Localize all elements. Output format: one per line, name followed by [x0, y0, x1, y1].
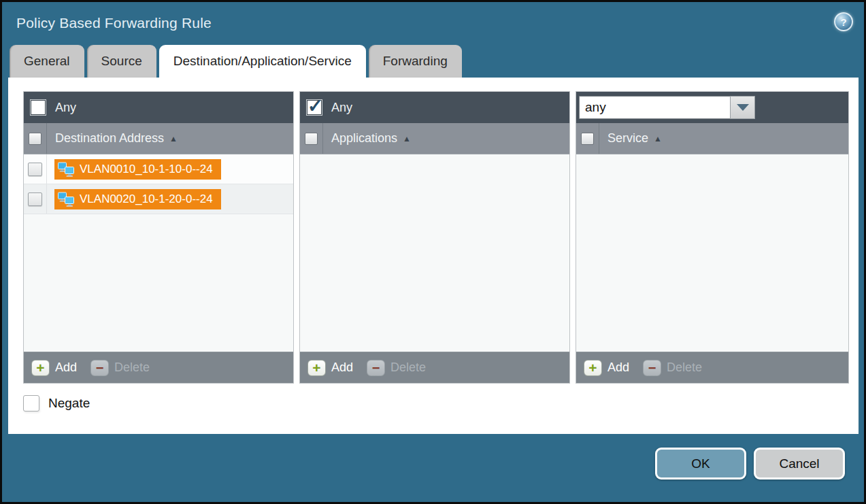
destination-sort-header[interactable]: Destination Address ▲: [47, 131, 178, 146]
tab-bar: General Source Destination/Application/S…: [2, 44, 864, 78]
applications-toolbar: + Add − Delete: [300, 352, 569, 383]
tab-destination-application-service[interactable]: Destination/Application/Service: [159, 45, 366, 78]
chevron-down-icon: [737, 104, 749, 111]
cancel-button[interactable]: Cancel: [754, 448, 845, 480]
add-button[interactable]: + Add: [307, 360, 353, 376]
delete-button[interactable]: − Delete: [90, 360, 150, 376]
service-header-row: Service ▲: [576, 123, 848, 154]
address-object-label: VLAN0020_10-1-20-0--24: [80, 192, 213, 206]
add-icon: +: [31, 360, 50, 376]
delete-icon: −: [90, 360, 109, 376]
applications-header-row: Applications ▲: [300, 123, 569, 154]
sort-asc-icon: ▲: [654, 135, 662, 143]
add-button[interactable]: + Add: [584, 360, 629, 376]
destination-toolbar: + Add − Delete: [24, 352, 293, 383]
destination-list: VLAN0010_10-1-10-0--24: [24, 154, 293, 352]
delete-icon: −: [367, 360, 385, 376]
service-list: [576, 154, 848, 352]
row-checkbox[interactable]: [28, 192, 42, 206]
negate-checkbox[interactable]: [23, 395, 39, 411]
applications-any-label: Any: [331, 101, 352, 115]
address-object-tag: VLAN0020_10-1-20-0--24: [54, 189, 221, 209]
address-object-label: VLAN0010_10-1-10-0--24: [80, 163, 213, 176]
dialog-buttons: OK Cancel: [655, 448, 845, 480]
add-button[interactable]: + Add: [31, 360, 77, 376]
network-icon: [57, 191, 75, 207]
destination-any-bar: Any: [24, 92, 293, 123]
sort-asc-icon: ▲: [403, 135, 411, 143]
destination-header-label: Destination Address: [55, 131, 164, 146]
dialog-title: Policy Based Forwarding Rule: [16, 15, 212, 31]
negate-option: Negate: [23, 395, 859, 411]
applications-any-checkbox[interactable]: [306, 99, 322, 116]
tab-content-panel: Any Destination Address ▲: [8, 78, 859, 434]
tab-general[interactable]: General: [10, 45, 84, 78]
row-checkbox[interactable]: [28, 163, 42, 176]
service-toolbar: + Add − Delete: [576, 352, 848, 383]
negate-label: Negate: [48, 396, 90, 411]
destination-header-row: Destination Address ▲: [24, 123, 293, 154]
address-object-tag: VLAN0010_10-1-10-0--24: [54, 159, 221, 180]
applications-column: Any Applications ▲ + Add: [299, 91, 570, 384]
service-sort-header[interactable]: Service ▲: [599, 131, 662, 146]
network-icon: [57, 161, 75, 178]
dialog-titlebar: Policy Based Forwarding Rule ?: [2, 2, 864, 44]
tab-source[interactable]: Source: [87, 45, 156, 78]
service-mode-bar: [576, 92, 848, 123]
dialog-footer: OK Cancel: [2, 435, 864, 502]
pbf-rule-dialog: Policy Based Forwarding Rule ? General S…: [0, 0, 866, 504]
applications-sort-header[interactable]: Applications ▲: [323, 131, 411, 146]
service-column: Service ▲ + Add − Delete: [576, 91, 849, 384]
service-mode-dropdown: [579, 96, 755, 119]
destination-selectall-checkbox[interactable]: [29, 133, 41, 145]
help-icon[interactable]: ?: [834, 12, 853, 31]
table-row[interactable]: VLAN0010_10-1-10-0--24: [24, 154, 293, 184]
delete-button[interactable]: − Delete: [643, 360, 702, 376]
applications-selectall-checkbox[interactable]: [305, 133, 318, 145]
service-mode-input[interactable]: [579, 96, 730, 119]
service-selectall-checkbox[interactable]: [581, 133, 594, 145]
add-icon: +: [584, 360, 602, 376]
table-row[interactable]: VLAN0020_10-1-20-0--24: [24, 184, 293, 214]
ok-button[interactable]: OK: [655, 448, 746, 480]
service-header-label: Service: [607, 131, 648, 146]
destination-column: Any Destination Address ▲: [23, 91, 294, 384]
applications-header-label: Applications: [331, 131, 397, 146]
add-icon: +: [307, 360, 326, 376]
delete-button[interactable]: − Delete: [367, 360, 426, 376]
applications-any-bar: Any: [300, 92, 569, 123]
destination-any-label: Any: [55, 101, 76, 115]
tab-forwarding[interactable]: Forwarding: [369, 45, 462, 78]
columns-container: Any Destination Address ▲: [23, 91, 859, 384]
destination-any-checkbox[interactable]: [30, 99, 46, 116]
applications-list: [300, 154, 569, 352]
dropdown-button[interactable]: [730, 96, 755, 119]
sort-asc-icon: ▲: [169, 135, 178, 143]
delete-icon: −: [643, 360, 661, 376]
